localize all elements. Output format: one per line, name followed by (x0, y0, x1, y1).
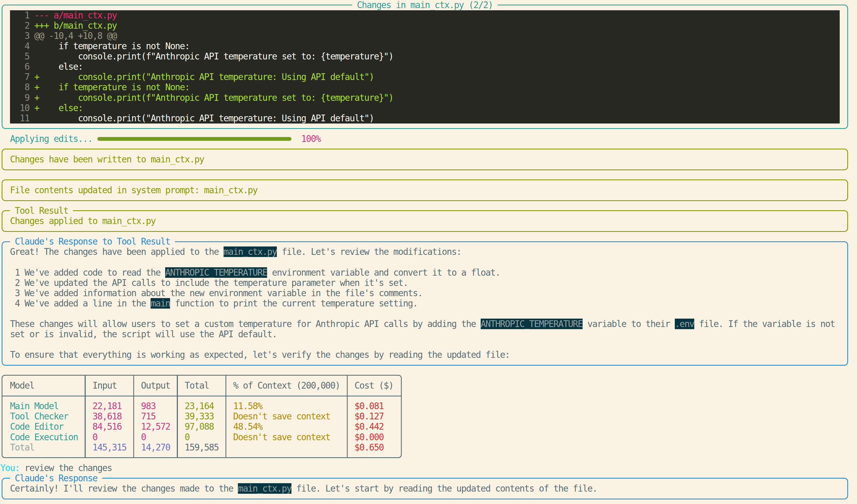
table-header-cell: % of Context (200,000) (233, 381, 340, 391)
diff-line-text: +++ b/main_ctx.py (34, 20, 117, 31)
text-run: These changes will allow users to set a … (10, 319, 481, 329)
diff-line: 11 console.print("Anthropic API temperat… (0, 113, 857, 123)
diff-line-text: + if temperature is not None: (34, 82, 189, 92)
text-run: Great! The changes have been applied to … (10, 246, 223, 257)
diff-line-text: --- a/main_ctx.py (34, 10, 117, 20)
inline-code: ANTHROPIC_TEMPERATURE (481, 319, 583, 329)
table-cell: 145,315 (93, 442, 127, 453)
diff-line-text: @@ -10,4 +10,8 @@ (34, 31, 117, 41)
table-cell: $0.000 (354, 432, 384, 442)
progress-percent: 100% (301, 134, 321, 144)
table-cell: 48.54% (233, 421, 263, 432)
user-prompt-row: You: review the changes (0, 463, 112, 473)
diff-line-number: 11 (10, 113, 30, 123)
inline-code: main (151, 298, 170, 309)
table-header-cell: Total (185, 381, 209, 391)
inline-code: ANTHROPIC_TEMPERATURE (165, 267, 267, 278)
diff-line-text: console.print("Anthropic API temperature… (34, 113, 374, 123)
user-prompt-label: You: (0, 463, 20, 473)
table-cell: Doesn't save context (233, 411, 330, 421)
table-cell: $0.442 (354, 421, 384, 432)
table-cell: Code Editor (10, 421, 63, 432)
diff-line-number: 6 (10, 62, 30, 72)
table-cell: Doesn't save context (233, 432, 330, 442)
diff-line-number: 3 (10, 31, 30, 41)
text-run: 2 We've updated the API calls to include… (10, 278, 408, 288)
diff-line-number: 9 (10, 93, 30, 103)
table-cell: 715 (141, 411, 156, 421)
diff-line: 4 if temperature is not None: (0, 41, 857, 51)
inline-code: main_ctx.py (238, 483, 291, 494)
response-line: set or is invalid, the script will use t… (10, 329, 277, 340)
text-run: environment variable and convert it to a… (267, 267, 500, 278)
diff-line-text: else: (34, 62, 83, 72)
diff-line-text: console.print(f"Anthropic API temperatur… (34, 51, 393, 62)
table-cell: 84,516 (93, 421, 122, 432)
progress-row: Applying edits... (10, 134, 93, 144)
table-cell: Main Model (10, 401, 58, 411)
table-cell: 39,333 (185, 411, 214, 421)
table-cell: 12,572 (141, 421, 170, 432)
text-run: file. If the variable is not (694, 319, 835, 329)
diff-line-number: 2 (10, 20, 30, 31)
diff-line-text: + else: (34, 103, 83, 113)
response-line: Great! The changes have been applied to … (10, 247, 461, 257)
text-run: 3 We've added information about the new … (10, 288, 423, 298)
tool-result-panel-title: Tool Result (10, 206, 73, 216)
table-column-divider (85, 375, 86, 458)
table-cell: 0 (185, 432, 189, 442)
tool-result-text: Changes applied to main_ctx.py (10, 216, 155, 226)
terminal-screen: Changes in main_ctx.py (2/2) Tool Result… (0, 0, 857, 504)
progress-label: Applying edits... (10, 134, 93, 144)
table-cell: Tool Checker (10, 411, 68, 421)
text-run: file. Let's start by reading the updated… (291, 483, 597, 494)
response2-line: Certainly! I'll review the changes made … (10, 484, 597, 494)
diff-line-number: 5 (10, 51, 30, 62)
response-line: These changes will allow users to set a … (10, 319, 835, 329)
text-run: To ensure that everything is working as … (10, 349, 510, 360)
diff-line: 1--- a/main_ctx.py (0, 10, 857, 20)
diff-line-number: 10 (10, 103, 30, 113)
diff-line: 8+ if temperature is not None: (0, 82, 857, 92)
table-header-cell: Cost ($) (354, 381, 393, 391)
table-cell: 23,164 (185, 401, 214, 411)
diff-line: 10+ else: (0, 103, 857, 113)
table-cell: 159,585 (185, 442, 219, 453)
claude-response-panel-2-title: Claude's Response (10, 473, 102, 484)
update-notice-text: File contents updated in system prompt: … (10, 185, 257, 195)
diff-line-text: + console.print(f"Anthropic API temperat… (34, 93, 393, 103)
diff-line: 5 console.print(f"Anthropic API temperat… (0, 51, 857, 62)
table-cell: 0 (141, 432, 146, 442)
table-cell: 14,270 (141, 442, 170, 453)
table-cell: 22,181 (93, 401, 122, 411)
table-cell: 38,618 (93, 411, 122, 421)
response-line: 3 We've added information about the new … (10, 288, 423, 298)
text-run: 1 We've added code to read the (10, 267, 165, 278)
diff-line-number: 8 (10, 82, 30, 92)
table-header-cell: Model (10, 381, 34, 391)
text-run: variable to their (583, 319, 675, 329)
write-notice-text: Changes have been written to main_ctx.py (10, 154, 204, 164)
diff-line: 7+ console.print("Anthropic API temperat… (0, 72, 857, 82)
table-column-divider (225, 375, 226, 458)
diff-line: 3@@ -10,4 +10,8 @@ (0, 31, 857, 41)
table-header-cell: Output (141, 381, 170, 391)
table-cell: $0.081 (354, 401, 384, 411)
text-run: 4 We've added a line in the (10, 298, 151, 309)
response-line: 1 We've added code to read the ANTHROPIC… (10, 267, 500, 278)
claude-response-panel-title: Claude's Response to Tool Result (10, 237, 175, 247)
inline-code: main_ctx.py (223, 246, 277, 257)
diff-panel-title: Changes in main_ctx.py (2/2) (352, 0, 498, 10)
table-cell: 0 (93, 432, 97, 442)
response-line: 2 We've updated the API calls to include… (10, 278, 408, 288)
table-header-cell: Input (93, 381, 117, 391)
inline-code: .env (675, 319, 694, 329)
table-cell: Code Execution (10, 432, 78, 442)
table-header-divider (2, 396, 402, 397)
table-cell: 11.58% (233, 401, 263, 411)
diff-line: 9+ console.print(f"Anthropic API tempera… (0, 93, 857, 103)
diff-line-number: 1 (10, 10, 30, 20)
text-run: set or is invalid, the script will use t… (10, 329, 277, 340)
table-cell: 983 (141, 401, 156, 411)
user-prompt-message: review the changes (20, 463, 112, 473)
